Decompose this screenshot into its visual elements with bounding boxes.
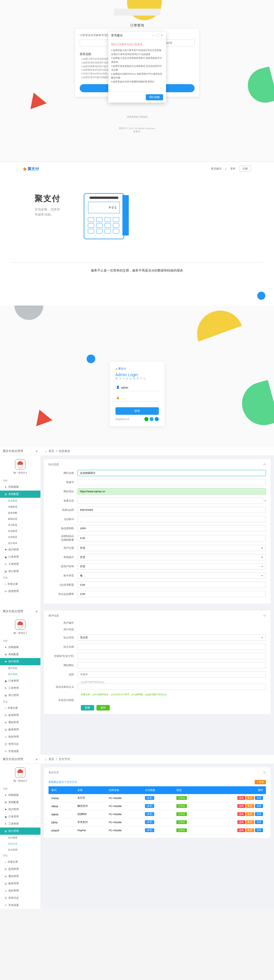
menu-ui[interactable]: ⊞界口管理 (0, 568, 40, 575)
menu-dashboard[interactable]: ✦控制面板 (0, 484, 40, 491)
sidebar-brand: 聚支付后台管理 ≡ (0, 447, 40, 456)
action-basic[interactable]: 基本 (237, 796, 245, 800)
close-icon[interactable]: ✕ (161, 34, 163, 37)
site-type-select[interactable]: 无分类 (77, 635, 266, 641)
header-link-feedback[interactable]: 意见建议 (211, 167, 221, 171)
qqlogin-input[interactable] (77, 582, 266, 588)
panel-title: 站点信息 (48, 463, 59, 466)
menu-system[interactable]: ⚙系统配置 (0, 491, 40, 498)
menu-user[interactable]: ⚑用户管理 (0, 658, 40, 665)
action-rate[interactable]: 设率 (255, 796, 263, 800)
qqgroup-input[interactable] (77, 507, 266, 513)
user-reg-select[interactable]: 开启 (77, 545, 266, 551)
notice-modal: 官方提示 — ⛶ ✕ 我们只负责平台的订单查询 1.如果您输入的订单号查不到请尝… (108, 32, 166, 103)
view-link[interactable]: [查看] (145, 804, 154, 808)
action-basic[interactable]: 基本 (237, 828, 245, 832)
record-input[interactable] (77, 498, 263, 504)
unpaid-limit-input[interactable] (77, 535, 266, 541)
desc-input[interactable] (77, 653, 266, 659)
site-name-input[interactable] (77, 470, 266, 476)
action-basic[interactable]: 基本 (237, 820, 245, 824)
maximize-icon[interactable]: ⛶ (157, 34, 159, 37)
action-rate[interactable]: 设率 (255, 804, 263, 808)
daily-fee-input[interactable] (77, 591, 266, 597)
action-rate[interactable]: 设率 (255, 820, 263, 824)
action-config[interactable]: 配置 (246, 820, 254, 824)
bottom-note: 没有查询此订单信息 (127, 115, 147, 118)
action-rate[interactable]: 设率 (255, 812, 263, 816)
home-icon[interactable]: ⌂ (45, 758, 47, 761)
login-title: Admin Login (115, 372, 159, 377)
menu-order[interactable]: ◉订单管理 (0, 554, 40, 561)
refresh-icon[interactable]: ⟳ (263, 614, 266, 618)
qq-icon[interactable] (149, 417, 154, 421)
refresh-icon[interactable]: ⟳ (263, 463, 266, 466)
table-note: 系统默认本方个支付方式 (48, 778, 77, 786)
note-input[interactable] (77, 671, 266, 678)
view-link[interactable]: [查看] (145, 820, 154, 824)
hero-subtitle: 实现余额，优惠券 等服务功能。 (35, 207, 61, 217)
username-input[interactable] (115, 384, 159, 391)
approval-select[interactable]: 开启 (77, 554, 266, 560)
action-config[interactable]: 配置 (246, 828, 254, 832)
user-icon: 👤 (116, 386, 120, 389)
action-config[interactable]: 配置 (246, 812, 254, 816)
new-button[interactable]: 新建 (81, 705, 94, 711)
view-link[interactable]: [查看] (145, 812, 154, 816)
bg-shape-green (237, 380, 274, 430)
view-link[interactable]: [查看] (145, 828, 154, 832)
menu-toggle-icon[interactable]: ≡ (36, 450, 37, 453)
add-button[interactable]: + 新增 (255, 780, 266, 784)
acc-review-select[interactable]: 每 (77, 573, 266, 579)
menu-ui[interactable]: ⊞界口管理 (0, 827, 40, 835)
action-rate[interactable]: 设率 (255, 828, 263, 832)
minimize-icon[interactable]: — (152, 34, 155, 37)
logo-icon: ◈ (23, 166, 27, 172)
avatar (15, 459, 26, 469)
intro-input[interactable] (77, 684, 266, 690)
site-url-input[interactable] (77, 488, 266, 495)
bg-shape-triangle (27, 92, 45, 107)
avatar (15, 767, 26, 778)
login-button[interactable]: 登录 (115, 407, 159, 415)
sidebar: 聚支付后台管理 ≡ 嗨！管理员 ▾ 导航 ✦控制面板 ⚙系统配置 站点配置 对接… (0, 447, 40, 607)
site-name-input[interactable] (77, 644, 266, 650)
menu-site-config[interactable]: 站点配置 (0, 498, 40, 504)
wechat-icon[interactable] (144, 417, 148, 421)
logo[interactable]: ◈ 聚支付 (23, 166, 39, 172)
action-basic[interactable]: 基本 (237, 812, 245, 816)
back-button[interactable]: 返回 (96, 705, 110, 711)
qqkey-input[interactable] (77, 516, 266, 522)
action-basic[interactable]: 基本 (237, 804, 245, 808)
menu-work[interactable]: ✎工单管理 (0, 561, 40, 568)
status-badge: 已开启 (176, 804, 187, 808)
alipay-icon[interactable] (155, 417, 159, 421)
product-limit-input[interactable] (77, 525, 266, 531)
bg-shape-yellow (191, 305, 242, 342)
view-link[interactable]: [查看] (145, 796, 154, 800)
sidebar: 聚支付后台管理≡ 嗨！管理员 ▾ 导航 ✦控制面板 ⚙系统配置 ⚑用户管理 用户… (0, 607, 40, 755)
help-note: 变量名称：[name]商家站名，[order]支付订单号，[mo]商测额，[qq… (48, 693, 266, 696)
menu-toggle-icon[interactable]: ≡ (36, 610, 37, 613)
table-row: qqpay QQ钱包 PC+Mobile [查看] 已开启 基本 配置 设率 (48, 810, 266, 818)
action-config[interactable]: 配置 (246, 796, 254, 800)
fab-button[interactable] (257, 292, 265, 300)
status-badge: 已开启 (176, 812, 187, 816)
menu-user[interactable]: ⚑用户管理 (0, 546, 40, 554)
avatar-name[interactable]: 嗨！管理员 ▾ (0, 471, 40, 474)
modal-ok-button[interactable]: 我已知晓 (146, 94, 163, 100)
header-link-login[interactable]: 登录 (230, 167, 235, 171)
url-input[interactable] (77, 662, 266, 668)
password-input[interactable] (115, 395, 159, 401)
menu-cash[interactable]: ⟳提现管理 (0, 588, 40, 595)
home-icon[interactable]: ⌂ (45, 450, 47, 453)
refresh-icon[interactable]: ⟳ (263, 771, 266, 775)
status-badge: 已开启 (176, 820, 187, 824)
product-review-select[interactable]: 开启 (77, 563, 266, 570)
table-row: alipay 微信支付 PC+Mobile [查看] 已开启 基本 配置 设率 (48, 802, 266, 810)
action-config[interactable]: 配置 (246, 804, 254, 808)
menu-toggle-icon[interactable]: ≡ (36, 758, 37, 761)
menu-pay[interactable]: ♪补单记录 (0, 581, 40, 588)
register-button[interactable]: 注册 (239, 166, 251, 172)
customer-input[interactable] (77, 479, 266, 485)
